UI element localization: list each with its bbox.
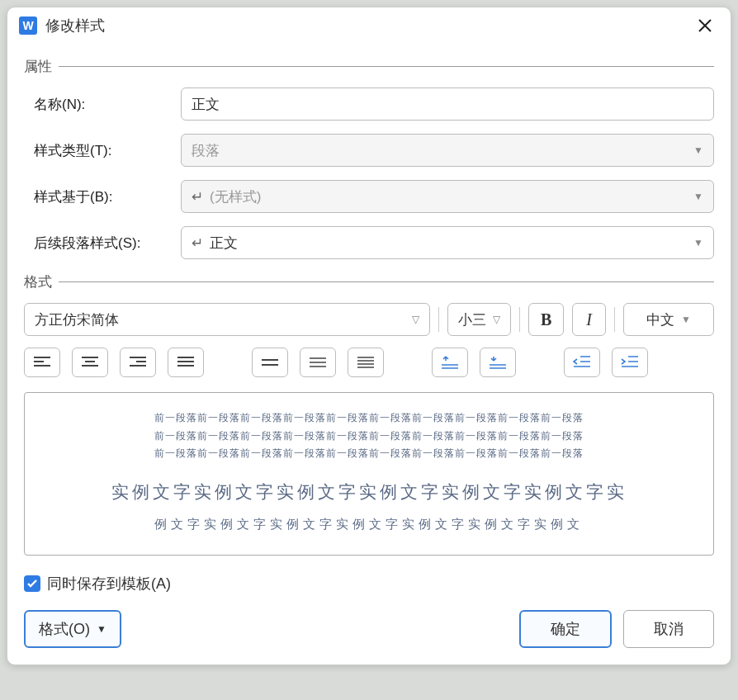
format-group-header: 格式: [24, 272, 714, 291]
app-icon: W: [19, 17, 37, 35]
name-input[interactable]: 正文: [181, 88, 714, 121]
font-size-select[interactable]: 小三 ▽: [447, 303, 511, 336]
return-icon: ↵: [192, 188, 203, 206]
align-right-button[interactable]: [120, 348, 156, 377]
format-menu-button[interactable]: 格式(O) ▼: [24, 610, 121, 648]
font-select[interactable]: 方正仿宋简体 ▽: [24, 303, 430, 336]
titlebar: W 修改样式: [7, 7, 731, 45]
preview-pane: 前一段落前一段落前一段落前一段落前一段落前一段落前一段落前一段落前一段落前一段落…: [24, 392, 714, 556]
line-spacing-3-button[interactable]: [348, 348, 384, 377]
based-on-select: ↵ (无样式) ▼: [181, 180, 714, 213]
dialog-title: 修改样式: [45, 16, 691, 35]
chevron-down-icon: ▼: [693, 191, 703, 202]
chevron-down-icon: ▽: [493, 314, 500, 325]
indent-decrease-button[interactable]: [564, 348, 600, 377]
modify-style-dialog: W 修改样式 属性 名称(N): 正文 样式类型(T): 段落 ▼ 样式基于(B…: [7, 7, 731, 665]
next-style-select[interactable]: ↵ 正文 ▼: [181, 226, 714, 259]
chevron-down-icon: ▼: [693, 144, 703, 156]
align-left-icon: [33, 356, 51, 369]
line-spacing-1-button[interactable]: [252, 348, 288, 377]
close-icon: [698, 18, 712, 33]
align-justify-button[interactable]: [168, 348, 204, 377]
return-icon: ↵: [192, 234, 203, 252]
chevron-down-icon: ▼: [97, 623, 106, 635]
indent-increase-button[interactable]: [612, 348, 648, 377]
indent-decrease-icon: [573, 355, 591, 370]
properties-group-header: 属性: [24, 57, 714, 76]
chevron-down-icon: ▼: [681, 314, 691, 325]
type-select: 段落 ▼: [181, 134, 714, 167]
align-center-icon: [81, 356, 99, 369]
align-justify-icon: [177, 356, 195, 369]
space-before-decrease-button[interactable]: [480, 348, 516, 377]
language-select[interactable]: 中文 ▼: [623, 303, 714, 336]
next-style-label: 后续段落样式(S):: [24, 234, 181, 253]
indent-increase-icon: [621, 355, 639, 370]
save-to-template-label: 同时保存到模板(A): [47, 574, 171, 594]
space-before-increase-button[interactable]: [432, 348, 468, 377]
bold-button[interactable]: B: [528, 303, 564, 336]
chevron-down-icon: ▽: [412, 314, 419, 325]
check-icon: [26, 578, 38, 589]
chevron-down-icon: ▼: [693, 237, 703, 248]
type-label: 样式类型(T):: [24, 141, 181, 160]
cancel-button[interactable]: 取消: [623, 610, 714, 648]
save-to-template-checkbox[interactable]: [24, 575, 40, 592]
align-center-button[interactable]: [72, 348, 108, 377]
italic-button[interactable]: I: [572, 303, 606, 336]
line-spacing-medium-icon: [309, 356, 327, 369]
line-spacing-tight-icon: [261, 356, 279, 369]
space-before-decrease-icon: [489, 355, 507, 370]
based-on-label: 样式基于(B):: [24, 187, 181, 206]
ok-button[interactable]: 确定: [519, 610, 612, 648]
close-button[interactable]: [691, 17, 719, 35]
name-label: 名称(N):: [24, 95, 181, 114]
line-spacing-loose-icon: [357, 356, 375, 369]
line-spacing-2-button[interactable]: [300, 348, 336, 377]
align-left-button[interactable]: [24, 348, 60, 377]
align-right-icon: [129, 356, 147, 369]
space-before-increase-icon: [441, 355, 459, 370]
